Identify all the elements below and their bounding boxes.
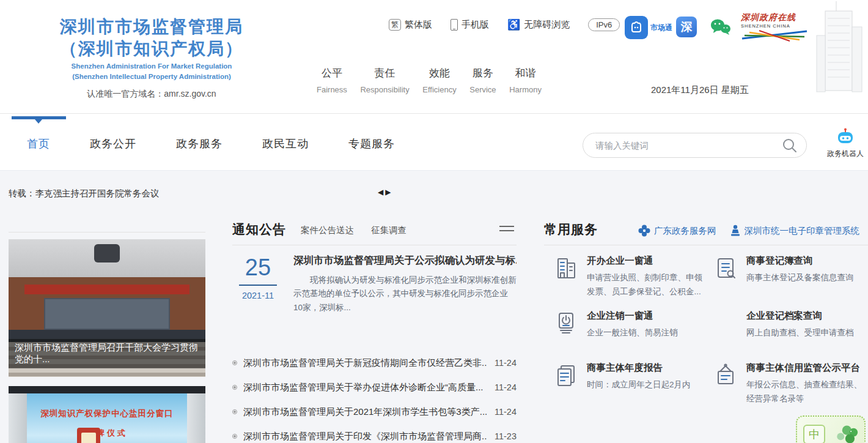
- accessibility-link[interactable]: ♿ 无障碍浏览: [502, 18, 575, 31]
- tab-gov-services[interactable]: 政务服务: [176, 136, 223, 151]
- i-shenzhen-app-icon[interactable]: 深: [676, 17, 697, 37]
- current-date: 2021年11月26日 星期五: [651, 84, 749, 96]
- widget-zhong-label: 中: [803, 425, 825, 443]
- photo-sky-banner: 深圳知识产权保护中心盐田分窗口 揭牌仪式: [27, 393, 187, 443]
- featured-title[interactable]: 深圳市市场监督管理局关于公示拟确认为研发与标...: [293, 254, 517, 267]
- service-desc: 申请营业执照、刻制印章、申领发票、员工参保登记、公积金...: [587, 271, 710, 299]
- service-desc: 年报公示信息、抽查检查结果、经营异常名录等: [746, 378, 868, 406]
- notice-row[interactable]: 深圳市市场监督管理局关于印发《深圳市市场监督管理局商... 11-23: [232, 424, 517, 443]
- traditional-chinese-link[interactable]: 繁 繁体版: [384, 19, 437, 31]
- value-responsibility: 责任Responsibility: [360, 66, 409, 94]
- site-title-en2: (Shenzhen Intellectual Property Administ…: [17, 72, 286, 81]
- service-deregistration[interactable]: 企业注销一窗通 企业一般注销、简易注销: [553, 310, 710, 340]
- featured-date: 25 2021-11: [232, 255, 284, 300]
- service-registry-search[interactable]: 商事登记簿查询 商事主体登记及备案信息查询: [712, 255, 868, 285]
- banner-line2: 揭牌仪式: [27, 428, 187, 439]
- tab-special-services[interactable]: 专题服务: [348, 136, 395, 151]
- service-desc: 时间：成立周年之日起2月内: [587, 378, 691, 392]
- photo-projector: [94, 244, 120, 262]
- market-app-label: 市场通: [650, 23, 672, 33]
- market-app-link[interactable]: 市场通: [625, 16, 672, 39]
- tab-gov-disclosure[interactable]: 政务公开: [90, 136, 136, 151]
- ticker-arrows: ◀ ▶: [378, 188, 391, 196]
- featured-day: 25: [232, 255, 284, 281]
- site-title-en1: Shenzhen Administration For Market Regul…: [17, 62, 286, 71]
- seal-stamp-icon: [730, 225, 741, 237]
- traditional-label: 繁体版: [405, 19, 432, 31]
- notice-date: 11-24: [495, 407, 517, 417]
- notice-title[interactable]: 深圳市市场监督管理局关于举办促进体外诊断企业“高质量...: [243, 382, 487, 393]
- featured-summary: 现将拟确认为研发与标准化同步示范企业和深圳标准创新示范基地的单位予以公示，其中研…: [293, 274, 517, 315]
- hanging-board-icon: [712, 362, 739, 389]
- ticker-next-icon[interactable]: ▶: [385, 188, 391, 196]
- value-service: 服务Service: [469, 66, 496, 94]
- service-title[interactable]: 开办企业一窗通: [587, 255, 710, 267]
- service-title[interactable]: 企业注销一窗通: [587, 310, 678, 322]
- eseal-system-link[interactable]: 深圳市统一电子印章管理系统: [730, 225, 860, 237]
- stacked-documents-icon: [553, 362, 579, 389]
- notices-more-icon[interactable]: [499, 226, 514, 233]
- core-values: 公平Fairness 责任Responsibility 效能Efficiency…: [317, 66, 542, 94]
- ticker-prev-icon[interactable]: ◀: [378, 188, 383, 196]
- value-fairness: 公平Fairness: [317, 66, 347, 94]
- service-archive-search[interactable]: 企业登记档案查询 网上自助查档、受理申请查档: [712, 310, 868, 340]
- notice-row[interactable]: 深圳市市场监督管理局关于新冠疫情期间全市仅经营乙类非... 11-24: [232, 351, 517, 375]
- tab-home[interactable]: 首页: [27, 136, 50, 151]
- service-desc: 商事主体登记及备案信息查询: [746, 271, 854, 285]
- search-input[interactable]: [595, 141, 782, 151]
- service-credit-platform[interactable]: 商事主体信用监管公示平台 年报公示信息、抽查检查结果、经营异常名录等: [712, 362, 868, 406]
- value-efficiency: 效能Efficiency: [422, 66, 456, 94]
- service-annual-report[interactable]: 商事主体年度报告 时间：成立周年之日起2月内: [553, 362, 710, 392]
- content: 转载：李克强主持召开国务院常务会议 ◀ ▶ 深圳市市场监督管理局召开干部大会学习…: [0, 170, 868, 443]
- building-icon: [553, 255, 579, 281]
- featured-month: 2021-11: [232, 291, 284, 300]
- carousel-slide-meeting[interactable]: 深圳市市场监督管理局召开干部大会学习贯彻党的十...: [9, 239, 205, 377]
- green-float-widget[interactable]: 中: [796, 415, 866, 443]
- phone-icon: [451, 19, 458, 31]
- notice-title[interactable]: 深圳市市场监督管理局关于印发《深圳市市场监督管理局商...: [243, 431, 487, 442]
- main-nav: 首页 政务公开 政务服务 政民互动 专题服务 政务机器人: [0, 114, 868, 170]
- wechat-icon[interactable]: [709, 18, 731, 39]
- carousel-divider: [9, 232, 205, 233]
- market-app-icon: [625, 16, 648, 39]
- photo-red-banner: [24, 285, 189, 294]
- news-ticker-link[interactable]: 转载：李克强主持召开国务院常务会议: [9, 188, 160, 199]
- search-icon[interactable]: [782, 138, 798, 154]
- notice-title[interactable]: 深圳市市场监督管理局关于新冠疫情期间全市仅经营乙类非...: [243, 357, 487, 369]
- notice-list: 深圳市市场监督管理局关于新冠疫情期间全市仅经营乙类非... 11-24 深圳市市…: [232, 351, 517, 443]
- photo-plaque: [77, 428, 100, 443]
- gov-robot-label: 政务机器人: [826, 149, 864, 159]
- notices-header: 通知公告 案件公告送达 征集调查: [232, 221, 517, 245]
- notices-section: 通知公告 案件公告送达 征集调查 25 2021-11 深圳市市场监督管理局关于…: [232, 221, 517, 245]
- shenzhen-gov-online-logo[interactable]: 深圳政府在线 SHENZHEN CHINA: [741, 12, 812, 45]
- services-section: 常用服务 广东政务服务网: [544, 221, 868, 245]
- gov-robot-button[interactable]: 政务机器人: [826, 128, 864, 159]
- active-tab-indicator: [12, 116, 66, 119]
- service-title[interactable]: 商事主体信用监管公示平台: [746, 362, 868, 374]
- ipv6-badge[interactable]: IPv6: [588, 18, 620, 31]
- wheelchair-icon: ♿: [507, 18, 520, 31]
- service-desc: 企业一般注销、简易注销: [587, 326, 678, 340]
- notice-row[interactable]: 深圳市市场监督管理局关于举办促进体外诊断企业“高质量... 11-24: [232, 375, 517, 400]
- notice-title[interactable]: 深圳市市场监督管理局关于2021年深圳市学生书包等3类产...: [243, 406, 487, 418]
- service-desc: 网上自助查档、受理申请查档: [746, 326, 854, 340]
- notice-row[interactable]: 深圳市市场监督管理局关于2021年深圳市学生书包等3类产... 11-24: [232, 400, 517, 424]
- tab-interaction[interactable]: 政民互动: [262, 136, 309, 151]
- notices-title: 通知公告: [232, 221, 286, 238]
- tab-surveys[interactable]: 征集调查: [371, 225, 406, 236]
- featured-notice[interactable]: 25 2021-11 深圳市市场监督管理局关于公示拟确认为研发与标... 现将拟…: [232, 254, 517, 333]
- service-title[interactable]: 企业登记档案查询: [746, 310, 854, 322]
- site-title-line2: （深圳市知识产权局）: [17, 38, 286, 60]
- service-title[interactable]: 商事登记簿查询: [746, 255, 854, 267]
- clover-leaves-icon: [831, 421, 858, 443]
- bullet-icon: [232, 409, 237, 414]
- mobile-version-link[interactable]: 手机版: [446, 19, 494, 31]
- guangdong-gov-service-link[interactable]: 广东政务服务网: [638, 225, 716, 237]
- carousel-slide-ceremony[interactable]: 深圳知识产权保护中心盐田分窗口 揭牌仪式: [9, 386, 205, 443]
- bullet-icon: [232, 360, 237, 365]
- tab-case-announcements[interactable]: 案件公告送达: [301, 225, 354, 236]
- service-open-business[interactable]: 开办企业一窗通 申请营业执照、刻制印章、申领发票、员工参保登记、公积金...: [553, 255, 710, 299]
- services-title: 常用服务: [544, 221, 598, 238]
- service-title[interactable]: 商事主体年度报告: [587, 362, 691, 374]
- site-logo[interactable]: 深圳市市场监督管理局 （深圳市知识产权局） Shenzhen Administr…: [17, 16, 286, 100]
